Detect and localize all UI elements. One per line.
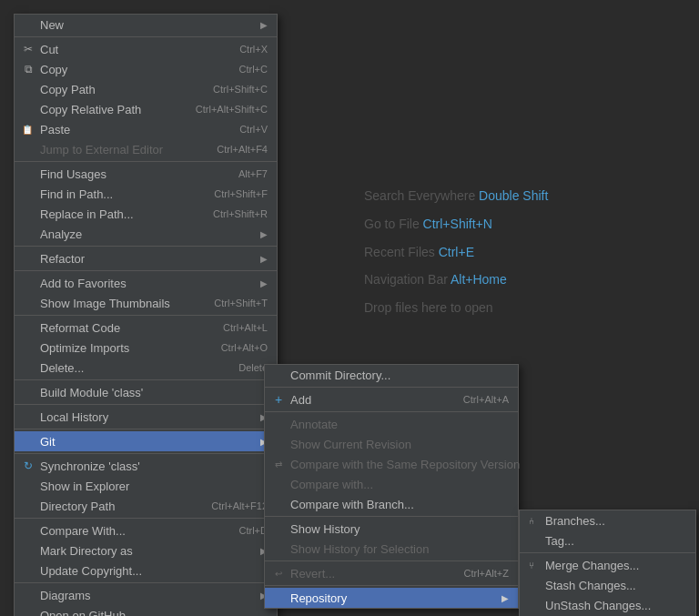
menu-item-mark-directory[interactable]: Mark Directory as ▶ [15, 540, 277, 560]
menu-item-diagrams[interactable]: Diagrams ▶ [15, 585, 277, 605]
repo-unstash[interactable]: UnStash Changes... [520, 595, 695, 615]
revert-icon: ↩ [270, 565, 287, 581]
separator [15, 270, 277, 271]
arrow-icon: ▶ [260, 254, 268, 264]
separator [265, 560, 518, 561]
menu-item-update-copyright[interactable]: Update Copyright... [15, 560, 277, 581]
menu-item-git[interactable]: Git ▶ [15, 431, 277, 451]
repo-tag[interactable]: Tag... [520, 530, 695, 550]
menu-item-refactor[interactable]: Refactor ▶ [15, 248, 277, 268]
menu-item-new[interactable]: New ▶ [15, 15, 277, 35]
separator [520, 552, 695, 553]
menu-item-paste[interactable]: 📋 Paste Ctrl+V [15, 119, 277, 139]
git-compare-same-repo[interactable]: ⇄ Compare with the Same Repository Versi… [265, 454, 518, 474]
arrow-icon: ▶ [501, 593, 509, 603]
hint-drop: Drop files here to open [364, 294, 548, 322]
git-compare-branch[interactable]: Compare with Branch... [265, 494, 518, 514]
menu-item-analyze[interactable]: Analyze ▶ [15, 224, 277, 244]
repository-submenu: ⑃ Branches... Tag... ⑂ Merge Changes... … [519, 510, 696, 616]
separator [15, 315, 277, 316]
separator [265, 387, 518, 388]
git-show-history-selection[interactable]: Show History for Selection [265, 539, 518, 559]
menu-item-build-module[interactable]: Build Module 'class' [15, 382, 277, 402]
separator [265, 411, 518, 412]
separator [15, 161, 277, 162]
separator [15, 379, 277, 380]
arrow-icon: ▶ [260, 229, 268, 239]
repo-branches[interactable]: ⑃ Branches... [520, 510, 695, 530]
menu-item-reformat[interactable]: Reformat Code Ctrl+Alt+L [15, 318, 277, 338]
menu-item-replace-path[interactable]: Replace in Path... Ctrl+Shift+R [15, 204, 277, 224]
separator [15, 404, 277, 405]
git-annotate[interactable]: Annotate [265, 414, 518, 434]
hint-search: Search Everywhere Double Shift [364, 182, 548, 210]
menu-item-find-path[interactable]: Find in Path... Ctrl+Shift+F [15, 184, 277, 204]
separator [265, 516, 518, 517]
git-add[interactable]: + Add Ctrl+Alt+A [265, 389, 518, 409]
menu-item-jump-external[interactable]: Jump to External Editor Ctrl+Alt+F4 [15, 139, 277, 159]
separator [15, 582, 277, 583]
menu-item-image-thumbnails[interactable]: Show Image Thumbnails Ctrl+Shift+T [15, 293, 277, 313]
menu-item-delete[interactable]: Delete... Delete [15, 358, 277, 378]
hint-goto: Go to File Ctrl+Shift+N [364, 210, 548, 238]
paste-icon: 📋 [19, 121, 35, 137]
repo-stash[interactable]: Stash Changes... [520, 575, 695, 595]
menu-item-compare-with[interactable]: Compare With... Ctrl+D [15, 520, 277, 540]
menu-item-copy-relative-path[interactable]: Copy Relative Path Ctrl+Alt+Shift+C [15, 99, 277, 119]
compare-icon: ⇄ [270, 456, 287, 472]
primary-context-menu: New ▶ Cut Ctrl+X Copy Ctrl+C Copy Path C… [14, 14, 278, 616]
branch-icon: ⑃ [523, 512, 540, 529]
menu-item-synchronize[interactable]: ↻ Synchronize 'class' [15, 456, 277, 476]
menu-item-optimize-imports[interactable]: Optimize Imports Ctrl+Alt+O [15, 338, 277, 358]
git-revert[interactable]: ↩ Revert... Ctrl+Alt+Z [265, 563, 518, 583]
menu-item-directory-path[interactable]: Directory Path Ctrl+Alt+F12 [15, 496, 277, 516]
separator [265, 585, 518, 586]
editor-hints: Search Everywhere Double Shift Go to Fil… [364, 182, 548, 322]
menu-item-copy-path[interactable]: Copy Path Ctrl+Shift+C [15, 79, 277, 99]
separator [15, 36, 277, 37]
separator [15, 453, 277, 454]
hint-recent: Recent Files Ctrl+E [364, 238, 548, 267]
menu-item-add-favorites[interactable]: Add to Favorites ▶ [15, 273, 277, 293]
copy-icon [20, 61, 36, 77]
git-compare-with[interactable]: Compare with... [265, 474, 518, 494]
add-icon: + [270, 391, 287, 408]
separator [15, 246, 277, 247]
arrow-icon: ▶ [260, 20, 268, 30]
menu-item-local-history[interactable]: Local History ▶ [15, 407, 277, 427]
repo-merge-changes[interactable]: ⑂ Merge Changes... [520, 555, 695, 575]
git-show-current-revision[interactable]: Show Current Revision [265, 434, 518, 454]
menu-item-cut[interactable]: Cut Ctrl+X [15, 39, 277, 59]
merge-icon: ⑂ [523, 557, 540, 573]
git-commit-directory[interactable]: Commit Directory... [265, 365, 518, 385]
hint-navbar: Navigation Bar Alt+Home [364, 266, 548, 294]
arrow-icon: ▶ [260, 278, 268, 288]
git-submenu: Commit Directory... + Add Ctrl+Alt+A Ann… [264, 364, 519, 609]
sync-icon: ↻ [20, 458, 36, 474]
separator [15, 518, 277, 519]
separator [15, 429, 277, 429]
git-show-history[interactable]: Show History [265, 519, 518, 539]
cut-icon [20, 41, 36, 57]
menu-item-copy[interactable]: Copy Ctrl+C [15, 59, 277, 79]
menu-item-show-explorer[interactable]: Show in Explorer [15, 476, 277, 496]
menu-item-find-usages[interactable]: Find Usages Alt+F7 [15, 164, 277, 184]
git-repository[interactable]: Repository ▶ [265, 588, 518, 608]
menu-item-open-github[interactable]: Open on GitHub [15, 605, 277, 616]
